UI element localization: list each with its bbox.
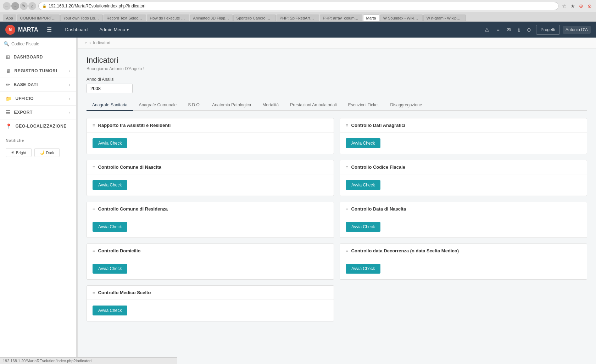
sidebar-item-export[interactable]: ☰ EXPORT ‹	[0, 106, 76, 119]
tab-prestazioni-ambulatoriali[interactable]: Prestazioni Ambulatoriali	[284, 100, 342, 111]
page-content: Indicatori Buongiorno Antonio D'Angelo !…	[78, 49, 596, 329]
card-rapporto-assistiti-residenti: ≡ Rapporto tra Assistiti e Residenti Avv…	[87, 118, 334, 154]
moon-icon: 🌙	[40, 150, 45, 155]
breadcrumb-separator: ›	[89, 40, 91, 45]
list-icon-btn[interactable]: ≡	[494, 25, 501, 35]
address-bar[interactable]: 🔒 192.168.1.20/MartaREvolution/index.php…	[38, 2, 558, 10]
browser-tab-marta[interactable]: Marta	[363, 15, 379, 21]
stop-button[interactable]: ⊗	[586, 2, 593, 10]
avvia-check-button-6[interactable]: Avvia Check	[346, 222, 380, 232]
sidebar-item-ufficio[interactable]: 📁 UFFICIO ‹	[0, 92, 76, 106]
card-title-codice-fiscale: Controllo Codice Fiscale	[351, 164, 405, 170]
sidebar-search[interactable]: 🔍	[0, 38, 76, 50]
tabs-bar: Anagrafe Sanitaria Anagrafe Comunale S.D…	[87, 100, 587, 111]
mail-icon-btn[interactable]: ✉	[505, 25, 513, 35]
notifiche-label: Notifiche	[0, 133, 76, 145]
sidebar-item-dashboard[interactable]: ⊞ DASHBOARD	[0, 50, 76, 64]
avvia-check-button-3[interactable]: Avvia Check	[93, 180, 127, 190]
card-body-rapporto: Avvia Check	[87, 133, 334, 154]
browser-tab-app[interactable]: App	[3, 15, 16, 21]
browser-tab-execute[interactable]: How do I execute m...	[147, 15, 189, 21]
card-title-data-decorrenza: Controllo data Decorrenza (o data Scelta…	[351, 248, 459, 253]
browser-tab-comuni[interactable]: COMUNI IMPORTA...	[17, 15, 60, 21]
codice-fiscale-input[interactable]	[11, 41, 72, 46]
dashboard-nav-link[interactable]: Dashboard	[60, 24, 93, 35]
top-nav-links: Dashboard Admin Menu ▾	[60, 24, 134, 35]
bright-theme-button[interactable]: ☀ Bright	[6, 148, 32, 157]
brand: M MARTA	[5, 25, 38, 35]
theme-buttons: ☀ Bright 🌙 Dark	[0, 145, 76, 160]
tab-disaggregazione[interactable]: Disaggregazione	[384, 100, 428, 111]
browser-tab-splfix[interactable]: PHP: SplFixedArray -...	[277, 15, 319, 21]
dark-label: Dark	[46, 151, 54, 155]
info-icon-btn[interactable]: ℹ	[516, 25, 522, 35]
tab-anatomia-patologica[interactable]: Anatomia Patologica	[206, 100, 257, 111]
menu-icon-6: ≡	[346, 206, 349, 212]
browser-tab-array[interactable]: PHP: array_column -...	[320, 15, 362, 21]
chevron-right-icon-4: ‹	[69, 111, 70, 114]
tab-anagrafe-sanitaria[interactable]: Anagrafe Sanitaria	[87, 100, 133, 111]
menu-icon-9: ≡	[93, 290, 95, 295]
dashboard-icon: ⊞	[6, 54, 10, 60]
card-title-comune-nascita: Controllo Comune di Nascita	[98, 164, 161, 170]
brand-logo: M	[5, 25, 15, 35]
anno-input[interactable]	[87, 84, 133, 93]
avvia-check-button-4[interactable]: Avvia Check	[346, 180, 380, 190]
avvia-check-button-5[interactable]: Avvia Check	[93, 222, 127, 232]
sidebar-item-geo[interactable]: 📍 GEO-LOCALIZZAZIONE	[0, 119, 76, 133]
avvia-check-button-1[interactable]: Avvia Check	[93, 138, 127, 148]
menu-icon-4: ≡	[346, 164, 349, 170]
sidebar-item-registro-tumori[interactable]: 🖥 REGISTRO TUMORI ‹	[0, 64, 76, 78]
bookmark-button[interactable]: ★	[569, 2, 576, 10]
page-title: Indicatori	[87, 56, 587, 65]
admin-menu-nav-link[interactable]: Admin Menu ▾	[94, 24, 134, 35]
dark-theme-button[interactable]: 🌙 Dark	[34, 148, 60, 157]
browser-tabs: App COMUNI IMPORTA... Your own Todo List…	[0, 12, 596, 21]
forward-button[interactable]: →	[11, 2, 19, 10]
hamburger-button[interactable]: ☰	[45, 25, 53, 34]
menu-icon-7: ≡	[93, 248, 95, 253]
sidebar-item-label-registro-tumori: REGISTRO TUMORI	[15, 68, 57, 73]
card-title-data-nascita: Controllo Data di Nascita	[351, 206, 406, 212]
card-controllo-data-decorrenza: ≡ Controllo data Decorrenza (o data Scel…	[340, 243, 587, 280]
card-header-domicilio: ≡ Controllo Domicilio	[87, 244, 334, 258]
search-icon: 🔍	[4, 41, 9, 46]
browser-tab-sportello[interactable]: Sportello Cancro Co...	[233, 15, 276, 21]
card-controllo-comune-nascita: ≡ Controllo Comune di Nascita Avvia Chec…	[87, 160, 334, 196]
avvia-check-button-8[interactable]: Avvia Check	[346, 264, 380, 274]
warning-icon-btn[interactable]: ⚠	[483, 25, 491, 35]
avvia-check-button-7[interactable]: Avvia Check	[93, 264, 127, 274]
tab-esenzioni-ticket[interactable]: Esenzioni Ticket	[342, 100, 385, 111]
home-button[interactable]: ⌂	[28, 2, 36, 10]
browser-tab-3d[interactable]: Animated 3D Flippin...	[190, 15, 233, 21]
menu-icon-2: ≡	[346, 123, 349, 128]
sun-icon: ☀	[11, 150, 15, 155]
browser-tab-ngram[interactable]: W n-gram - Wikipedi...	[423, 15, 466, 21]
card-header-codice-fiscale: ≡ Controllo Codice Fiscale	[340, 160, 587, 174]
avvia-check-button-9[interactable]: Avvia Check	[93, 306, 127, 315]
star-button[interactable]: ☆	[561, 2, 568, 10]
sidebar-item-base-dati[interactable]: ✏ BASE DATI ‹	[0, 78, 76, 92]
avvia-check-button-2[interactable]: Avvia Check	[346, 138, 380, 148]
anno-label: Anno di Analisi	[87, 77, 587, 82]
clock-icon-btn[interactable]: ⊙	[525, 25, 533, 35]
card-body-dati-anagrafici: Avvia Check	[340, 133, 587, 154]
tab-anagrafe-comunale[interactable]: Anagrafe Comunale	[133, 100, 182, 111]
tab-mortalita[interactable]: Mortalità	[257, 100, 284, 111]
browser-tab-todo[interactable]: Your own Todo List ...	[60, 15, 103, 21]
sidebar: 🔍 ⊞ DASHBOARD 🖥 REGISTRO TUMORI ‹ ✏ BASE…	[0, 38, 76, 364]
browser-tab-record[interactable]: Record Text Selectio...	[104, 15, 146, 21]
main-area: 🔍 ⊞ DASHBOARD 🖥 REGISTRO TUMORI ‹ ✏ BASE…	[0, 38, 596, 364]
sidebar-item-label-base-dati: BASE DATI	[14, 82, 38, 87]
tab-sdo[interactable]: S.D.O.	[182, 100, 206, 111]
export-icon: ☰	[6, 110, 11, 115]
browser-tab-soundex[interactable]: W Soundex - Wikipedi...	[380, 15, 423, 21]
chevron-right-icon-2: ‹	[69, 83, 70, 87]
back-button[interactable]: ←	[3, 2, 11, 10]
extensions-button[interactable]: ⊕	[578, 2, 585, 10]
card-body-comune-nascita: Avvia Check	[87, 174, 334, 196]
progetti-button[interactable]: Progetti	[536, 25, 560, 35]
card-header-data-decorrenza: ≡ Controllo data Decorrenza (o data Scel…	[340, 244, 587, 258]
menu-icon-8: ≡	[346, 248, 349, 253]
reload-button[interactable]: ↻	[20, 2, 28, 10]
